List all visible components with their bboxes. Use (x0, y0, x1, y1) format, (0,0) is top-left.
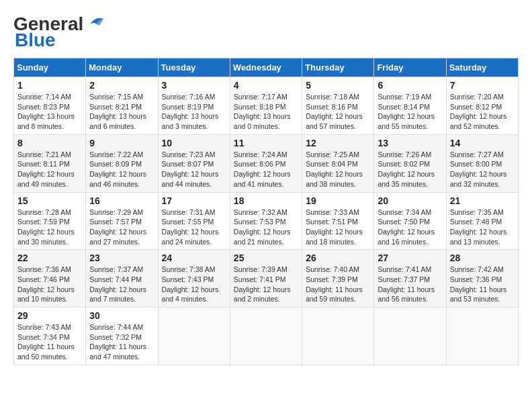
day-sunrise: Sunrise: 7:27 AM (450, 150, 504, 158)
weekday-header-saturday: Saturday (446, 58, 518, 77)
day-number: 6 (378, 80, 442, 91)
day-daylight: Daylight: 12 hours and 2 minutes. (234, 285, 291, 304)
calendar-cell: 25 Sunrise: 7:39 AM Sunset: 7:41 PM Dayl… (230, 250, 302, 308)
calendar-cell: 2 Sunrise: 7:15 AM Sunset: 8:21 PM Dayli… (86, 77, 158, 135)
day-sunset: Sunset: 7:51 PM (306, 218, 358, 226)
logo-bird-icon (85, 15, 106, 30)
day-sunrise: Sunrise: 7:16 AM (162, 93, 216, 101)
day-sunset: Sunset: 8:19 PM (162, 103, 214, 111)
day-sunrise: Sunrise: 7:23 AM (162, 150, 216, 158)
day-number: 28 (450, 253, 515, 263)
day-sunrise: Sunrise: 7:34 AM (378, 208, 431, 216)
day-daylight: Daylight: 12 hours and 13 minutes. (450, 228, 507, 246)
day-sunset: Sunset: 7:55 PM (162, 218, 214, 226)
weekday-header-monday: Monday (86, 58, 158, 77)
day-daylight: Daylight: 12 hours and 30 minutes. (17, 228, 75, 246)
day-daylight: Daylight: 12 hours and 18 minutes. (306, 228, 363, 246)
logo: General Blue (13, 13, 106, 51)
day-number: 21 (450, 195, 515, 206)
day-sunset: Sunset: 7:34 PM (17, 333, 70, 341)
day-sunset: Sunset: 8:18 PM (234, 103, 286, 111)
day-daylight: Daylight: 12 hours and 38 minutes. (306, 170, 363, 188)
calendar-cell: 14 Sunrise: 7:27 AM Sunset: 8:00 PM Dayl… (446, 134, 518, 192)
calendar-cell: 28 Sunrise: 7:42 AM Sunset: 7:36 PM Dayl… (446, 250, 518, 308)
day-sunrise: Sunrise: 7:35 AM (450, 208, 504, 216)
calendar-cell: 17 Sunrise: 7:31 AM Sunset: 7:55 PM Dayl… (158, 192, 230, 250)
day-sunrise: Sunrise: 7:29 AM (89, 208, 143, 216)
day-number: 2 (89, 80, 154, 91)
day-sunrise: Sunrise: 7:36 AM (17, 265, 71, 273)
day-sunrise: Sunrise: 7:41 AM (378, 265, 431, 273)
calendar-header-row: SundayMondayTuesdayWednesdayThursdayFrid… (14, 58, 519, 77)
calendar-cell (158, 308, 230, 365)
day-sunset: Sunset: 8:14 PM (378, 103, 430, 111)
day-number: 20 (378, 195, 442, 206)
day-number: 17 (162, 195, 226, 206)
calendar-week-4: 22 Sunrise: 7:36 AM Sunset: 7:46 PM Dayl… (14, 250, 519, 308)
day-sunset: Sunset: 8:11 PM (17, 160, 70, 168)
day-sunset: Sunset: 7:32 PM (89, 333, 142, 341)
day-daylight: Daylight: 12 hours and 10 minutes. (17, 285, 75, 304)
day-number: 10 (162, 138, 226, 148)
calendar-cell: 10 Sunrise: 7:23 AM Sunset: 8:07 PM Dayl… (158, 134, 230, 192)
day-number: 24 (162, 253, 226, 263)
day-sunset: Sunset: 7:41 PM (234, 275, 286, 283)
day-sunset: Sunset: 7:36 PM (450, 275, 502, 283)
day-sunrise: Sunrise: 7:40 AM (306, 265, 359, 273)
day-daylight: Daylight: 12 hours and 41 minutes. (234, 170, 291, 188)
calendar-cell: 9 Sunrise: 7:22 AM Sunset: 8:09 PM Dayli… (86, 134, 158, 192)
day-sunrise: Sunrise: 7:42 AM (450, 265, 504, 273)
day-daylight: Daylight: 12 hours and 44 minutes. (162, 170, 219, 188)
day-daylight: Daylight: 12 hours and 32 minutes. (450, 170, 507, 188)
calendar-week-1: 1 Sunrise: 7:14 AM Sunset: 8:23 PM Dayli… (14, 77, 519, 135)
calendar-cell (230, 308, 302, 365)
day-sunrise: Sunrise: 7:25 AM (306, 150, 359, 158)
calendar-cell: 19 Sunrise: 7:33 AM Sunset: 7:51 PM Dayl… (302, 192, 374, 250)
day-sunrise: Sunrise: 7:14 AM (17, 93, 71, 101)
day-daylight: Daylight: 12 hours and 16 minutes. (378, 228, 435, 246)
day-sunrise: Sunrise: 7:26 AM (378, 150, 431, 158)
day-sunrise: Sunrise: 7:18 AM (306, 93, 359, 101)
page-header: General Blue (13, 13, 519, 51)
calendar-cell: 29 Sunrise: 7:43 AM Sunset: 7:34 PM Dayl… (14, 308, 86, 365)
day-number: 25 (234, 253, 298, 263)
day-sunset: Sunset: 8:02 PM (378, 160, 430, 168)
day-daylight: Daylight: 12 hours and 57 minutes. (306, 112, 363, 130)
calendar-week-5: 29 Sunrise: 7:43 AM Sunset: 7:34 PM Dayl… (14, 308, 519, 365)
day-number: 5 (306, 80, 370, 91)
day-daylight: Daylight: 11 hours and 59 minutes. (306, 285, 363, 304)
weekday-header-thursday: Thursday (302, 58, 374, 77)
day-number: 15 (17, 195, 82, 206)
calendar-cell (446, 308, 518, 365)
day-sunrise: Sunrise: 7:39 AM (234, 265, 287, 273)
day-daylight: Daylight: 11 hours and 56 minutes. (378, 285, 435, 304)
calendar-cell: 11 Sunrise: 7:24 AM Sunset: 8:06 PM Dayl… (230, 134, 302, 192)
day-sunset: Sunset: 7:53 PM (234, 218, 286, 226)
day-sunset: Sunset: 7:48 PM (450, 218, 502, 226)
day-daylight: Daylight: 12 hours and 35 minutes. (378, 170, 435, 188)
calendar-cell: 1 Sunrise: 7:14 AM Sunset: 8:23 PM Dayli… (14, 77, 86, 135)
calendar-week-3: 15 Sunrise: 7:28 AM Sunset: 7:59 PM Dayl… (14, 192, 519, 250)
calendar-cell: 15 Sunrise: 7:28 AM Sunset: 7:59 PM Dayl… (14, 192, 86, 250)
day-sunrise: Sunrise: 7:28 AM (17, 208, 71, 216)
weekday-header-tuesday: Tuesday (158, 58, 230, 77)
day-number: 11 (234, 138, 298, 148)
calendar-cell: 18 Sunrise: 7:32 AM Sunset: 7:53 PM Dayl… (230, 192, 302, 250)
day-sunrise: Sunrise: 7:43 AM (17, 323, 71, 331)
day-number: 18 (234, 195, 298, 206)
day-sunset: Sunset: 7:50 PM (378, 218, 430, 226)
day-daylight: Daylight: 12 hours and 27 minutes. (89, 228, 146, 246)
day-sunrise: Sunrise: 7:31 AM (162, 208, 216, 216)
calendar-cell (374, 308, 446, 365)
day-number: 12 (306, 138, 370, 148)
calendar-cell: 21 Sunrise: 7:35 AM Sunset: 7:48 PM Dayl… (446, 192, 518, 250)
calendar-cell: 20 Sunrise: 7:34 AM Sunset: 7:50 PM Dayl… (374, 192, 446, 250)
day-sunrise: Sunrise: 7:15 AM (89, 93, 143, 101)
day-daylight: Daylight: 11 hours and 47 minutes. (89, 342, 146, 361)
day-number: 9 (89, 138, 154, 148)
calendar-week-2: 8 Sunrise: 7:21 AM Sunset: 8:11 PM Dayli… (14, 134, 519, 192)
day-sunset: Sunset: 8:04 PM (306, 160, 358, 168)
day-daylight: Daylight: 13 hours and 6 minutes. (89, 112, 146, 130)
day-sunset: Sunset: 8:23 PM (17, 103, 70, 111)
day-sunset: Sunset: 8:12 PM (450, 103, 502, 111)
